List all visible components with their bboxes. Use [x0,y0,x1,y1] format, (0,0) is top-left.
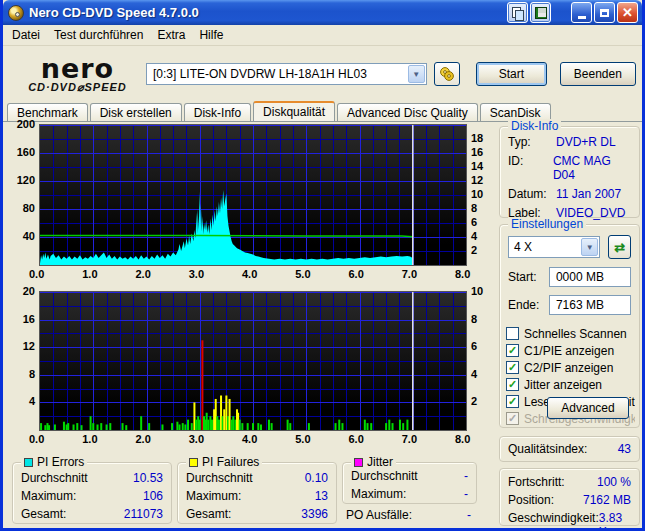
save-button[interactable] [530,2,551,23]
stat-value: - [464,469,468,483]
y-axis-tick: 20 [23,285,35,297]
pi-errors-stats-panel: PI Errors Durchschnitt10.53 Maximum:106 … [12,462,172,524]
chevron-down-icon[interactable]: ▼ [408,65,425,83]
minimize-button[interactable] [571,2,592,23]
chevron-down-icon[interactable]: ▼ [581,238,598,256]
right-axis-tick: 18 [471,132,483,144]
quality-index-value: 43 [618,442,631,456]
y-axis-tick: 120 [17,174,35,186]
right-axis-tick: 6 [471,216,477,228]
close-icon: ✕ [622,6,633,19]
title-bar[interactable]: Nero CD-DVD Speed 4.7.0.0 ✕ [3,0,642,25]
y-axis-tick: 4 [29,395,35,407]
beenden-button[interactable]: Beenden [560,62,636,86]
checkbox-icon[interactable]: ✓ [506,344,519,357]
pi-failures-left-axis: 48121620 [9,291,39,431]
header: nero CD·DVD⌀SPEED [0:3] LITE-ON DVDRW LH… [3,46,642,102]
quality-index-label: Qualitätsindex: [508,442,587,456]
po-failures-row: PO Ausfälle: - [346,508,471,522]
jitter-stats-panel: Jitter Durchschnitt- Maximum:- [342,462,477,504]
x-axis-tick: 3.0 [189,268,204,280]
x-axis-tick: 8.0 [455,433,470,445]
pi-failures-right-axis: 246810 [467,291,493,431]
checkbox-label: C1/PIE anzeigen [524,344,614,358]
pi-errors-chart: 4080120160200 24681012141618 0.01.02.03.… [9,124,493,281]
right-axis-tick: 4 [471,230,477,242]
right-axis-tick: 10 [471,188,483,200]
advanced-button[interactable]: Advanced [547,397,629,419]
pi-failures-legend: PI Failures [186,455,262,469]
refresh-button[interactable]: ⇄ [608,235,631,259]
tab-diskqualitaet[interactable]: Diskqualität [253,101,335,121]
right-axis-tick: 2 [471,395,477,407]
stat-value: 10.53 [133,471,163,485]
pi-failures-x-axis: 0.01.02.03.04.05.06.07.08.0 [39,431,467,446]
maximize-button[interactable] [594,2,615,23]
stat-label: Maximum: [21,489,76,503]
pi-errors-plot [39,124,467,266]
x-axis-tick: 0.0 [29,433,44,445]
menu-datei[interactable]: Datei [5,26,47,44]
stat-value: - [464,487,468,501]
pi-errors-x-axis: 0.01.02.03.04.05.06.07.08.0 [39,266,467,281]
right-axis-tick: 6 [471,340,477,352]
eject-button[interactable] [434,62,460,86]
gold-discs-icon [439,66,455,82]
disk-info-value: DVD+R DL [556,135,616,149]
tab-disk-info[interactable]: Disk-Info [184,103,251,121]
progress-panel: Fortschritt:100 % Position:7162 MB Gesch… [499,468,640,526]
tab-content: 4080120160200 24681012141618 0.01.02.03.… [6,122,639,525]
menu-hilfe[interactable]: Hilfe [192,26,230,44]
right-axis-tick: 2 [471,244,477,256]
end-field[interactable]: 7163 MB [549,295,631,315]
copy-button[interactable] [507,2,528,23]
menu-test-durchfuehren[interactable]: Test durchführen [47,26,150,44]
checkbox-c1-pie-anzeigen[interactable]: ✓C1/PIE anzeigen [506,342,635,359]
charts-column: 4080120160200 24681012141618 0.01.02.03.… [9,124,493,446]
speed-value: 3.83 X [599,511,631,531]
pi-errors-right-axis: 24681012141618 [467,124,493,266]
stat-value: 211073 [124,507,163,521]
y-axis-tick: 8 [29,368,35,380]
checkbox-icon[interactable] [506,327,519,340]
pi-failures-chart: 48121620 246810 0.01.02.03.04.05.06.07.0… [9,291,493,446]
stat-label: Durchschnitt [21,471,88,485]
checkbox-c2-pif-anzeigen[interactable]: ✓C2/PIF anzeigen [506,359,635,376]
checkbox-jitter-anzeigen[interactable]: ✓Jitter anzeigen [506,376,635,393]
right-axis-tick: 12 [471,174,483,186]
tab-disk-erstellen[interactable]: Disk erstellen [90,103,182,121]
disk-info-title: Disk-Info [508,119,561,133]
y-axis-tick: 160 [17,146,35,158]
stat-value: 0.10 [305,471,328,485]
menu-extra[interactable]: Extra [150,26,192,44]
close-button[interactable]: ✕ [617,2,638,23]
x-axis-tick: 6.0 [349,268,364,280]
checkbox-icon[interactable]: ✓ [506,378,519,391]
x-axis-tick: 3.0 [189,433,204,445]
drive-select[interactable]: [0:3] LITE-ON DVDRW LH-18A1H HL03 ▼ [146,63,427,85]
stat-label: Durchschnitt [351,469,418,483]
nero-logo: nero CD·DVD⌀SPEED [9,55,146,93]
x-axis-tick: 4.0 [242,433,257,445]
start-field[interactable]: 0000 MB [549,267,631,287]
stat-value: 106 [143,489,163,503]
checkbox-label: Schnelles Scannen [524,327,627,341]
speed-select[interactable]: 4 X ▼ [508,236,600,258]
pi-failures-stats-panel: PI Failures Durchschnitt0.10 Maximum:13 … [177,462,337,524]
start-button[interactable]: Start [476,62,546,86]
stat-label: Durchschnitt [186,471,253,485]
checkbox-icon[interactable]: ✓ [506,395,519,408]
disk-info-label: Datum: [508,187,556,201]
checkbox-schnelles-scannen[interactable]: Schnelles Scannen [506,325,635,342]
refresh-icon: ⇄ [614,241,625,254]
right-axis-tick: 4 [471,368,477,380]
pi-errors-left-axis: 4080120160200 [9,124,39,266]
stat-label: Gesamt: [21,507,66,521]
checkbox-icon: ✓ [506,412,519,425]
start-field-label: Start: [508,270,549,284]
checkbox-icon[interactable]: ✓ [506,361,519,374]
speed-label: Geschwindigkeit: [508,511,599,531]
drive-select-value: [0:3] LITE-ON DVDRW LH-18A1H HL03 [147,67,407,81]
x-axis-tick: 1.0 [82,433,97,445]
tab-advanced-disc-quality[interactable]: Advanced Disc Quality [337,103,478,121]
